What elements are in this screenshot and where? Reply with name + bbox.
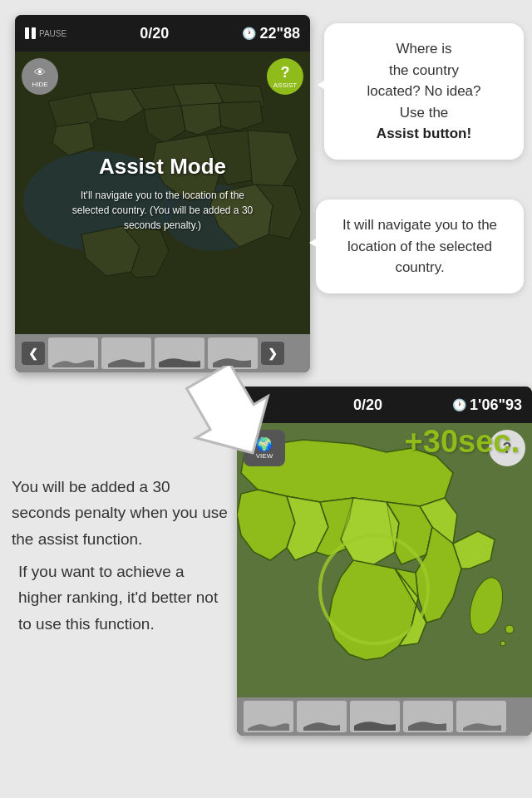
country-flag-pe[interactable] [456,701,506,732]
big-arrow [181,366,281,466]
timer-top: 🕐 22"88 [242,25,300,42]
svg-point-35 [500,641,505,646]
country-flag-ina-b[interactable] [244,701,293,732]
penalty-display: +30sec. [405,424,520,460]
hide-button[interactable]: 👁 HIDE [22,58,58,95]
speech-bubble-2: It will navigate you to the location of … [316,200,524,293]
pause-label: PAUSE [39,29,66,38]
country-flag-ina[interactable] [48,337,98,369]
hide-label: HIDE [32,81,47,88]
country-flag-poland-b[interactable] [297,701,347,732]
country-flag-tanzania[interactable] [155,337,204,369]
game-header-top: PAUSE 0/20 🕐 22"88 [15,15,310,52]
eye-icon: 👁 [34,66,46,79]
explanation-para-2: If you want to achieve a higher ranking,… [12,559,228,637]
assist-label-top: ASSIST [273,81,297,89]
pause-button[interactable]: PAUSE [25,27,66,39]
map-area-bottom: 🌍 VIEW ? [237,423,532,697]
timer-bottom: 🕐 1'06"93 [452,397,522,414]
assist-button-label: Assist button! [377,126,471,141]
country-flag-uae[interactable] [208,337,258,369]
svg-point-34 [505,625,514,633]
assist-mode-title: Assist Mode [99,154,226,180]
assist-button-top[interactable]: ? ASSIST [267,58,303,95]
countries-strip-bottom [237,697,532,736]
score-display-top: 0/20 [140,25,169,42]
country-flag-uae-b[interactable] [403,701,453,732]
explanation-text: You will be added a 30 seconds penalty w… [12,474,228,643]
country-flag-tanzania-b[interactable] [350,701,400,732]
pause-icon [25,27,36,39]
game-header-bottom: 0/20 🕐 1'06"93 [237,387,532,423]
clock-icon-bottom: 🕐 [452,398,466,411]
assist-mode-description: It'll navigate you to the location of th… [71,188,254,233]
bubble-2-text: It will navigate you to the location of … [332,214,507,278]
assist-mode-overlay: Assist Mode It'll navigate you to the lo… [15,52,310,334]
arrow-right-top[interactable]: ❯ [261,342,284,365]
assist-icon: ? [281,64,290,81]
country-flag-poland[interactable] [101,337,151,369]
speech-bubble-1: Where is the country located? No idea? U… [324,23,524,160]
explanation-para-1: You will be added a 30 seconds penalty w… [12,474,228,552]
map-area-top: Assist Mode It'll navigate you to the lo… [15,52,310,334]
arrow-left-top[interactable]: ❮ [22,342,45,365]
bubble-1-text: Where is the country located? No idea? U… [341,38,507,145]
top-game-screenshot: PAUSE 0/20 🕐 22"88 [15,15,310,372]
clock-icon: 🕐 [242,27,256,40]
score-display-bottom: 0/20 [353,397,382,414]
